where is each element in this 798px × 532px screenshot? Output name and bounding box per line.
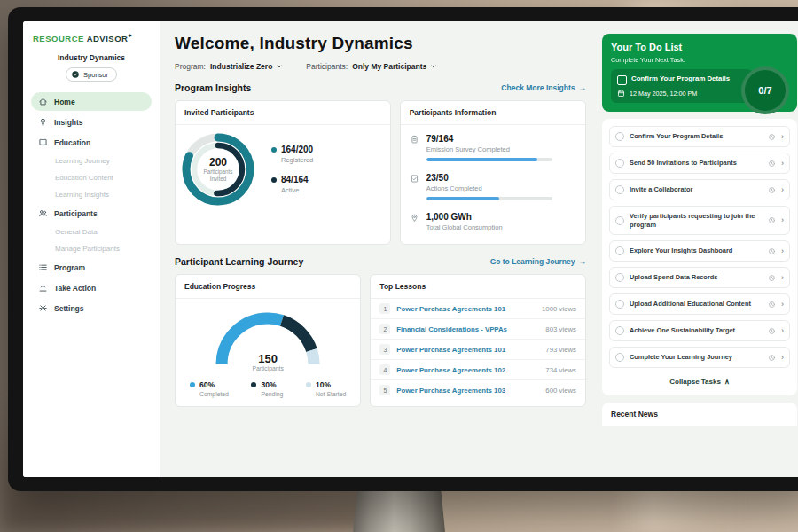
go-to-learning-journey-link[interactable]: Go to Learning Journey →	[490, 257, 586, 266]
sidebar-item-label: Settings	[54, 304, 84, 313]
clock-icon	[768, 160, 776, 168]
task-row-upload-spend-data[interactable]: Upload Spend Data Records ›	[609, 267, 790, 288]
sidebar-item-participants[interactable]: Participants	[31, 204, 152, 223]
arrow-right-icon: →	[579, 83, 587, 92]
sidebar-item-label: Learning Insights	[55, 191, 109, 199]
clock-icon	[768, 327, 776, 335]
task-row-complete-learning-journey[interactable]: Complete Your Learning Journey ›	[609, 347, 790, 368]
sidebar-item-education-content[interactable]: Education Content	[31, 170, 152, 185]
task-checkbox[interactable]	[615, 300, 624, 309]
section-title: Program Insights	[175, 82, 251, 93]
task-checkbox[interactable]	[615, 216, 624, 225]
clock-icon	[768, 301, 776, 309]
collapse-tasks-link[interactable]: Collapse Tasks ∧	[609, 373, 790, 392]
sidebar-item-label: Learning Journey	[55, 157, 110, 165]
sidebar-item-manage-participants[interactable]: Manage Participants	[31, 241, 152, 256]
location-pin-icon	[410, 213, 419, 223]
sidebar-item-settings[interactable]: Settings	[31, 299, 152, 317]
lesson-row: 4 Power Purchase Agreements 102 734 view…	[371, 360, 585, 380]
gauge-legend: 60% Completed 30% Pending 10% Not Starte…	[184, 372, 351, 397]
stat-global-consumption: 1,000 GWh Total Global Consumption	[410, 212, 576, 231]
actions-progress-bar	[426, 197, 552, 200]
sidebar-item-label: Manage Participants	[55, 245, 120, 253]
stat-actions-completed: 23/50 Actions Completed	[410, 173, 576, 200]
sidebar-item-home[interactable]: Home	[31, 92, 152, 111]
task-label: Confirm Your Program Details	[630, 132, 763, 141]
task-checkbox[interactable]	[615, 185, 624, 194]
lesson-link[interactable]: Power Purchase Agreements 102	[396, 366, 539, 374]
lesson-views: 803 views	[545, 325, 576, 333]
program-filter: Program: Industrialize Zero	[175, 62, 283, 71]
task-row-confirm-program[interactable]: Confirm Your Program Details ›	[609, 126, 790, 147]
gear-icon	[38, 303, 48, 313]
recent-news-header[interactable]: Recent News	[602, 403, 797, 426]
sponsor-badge[interactable]: Sponsor	[66, 67, 117, 82]
legend-label: Completed	[200, 391, 229, 397]
chevron-right-icon: ›	[781, 247, 784, 255]
task-row-send-invitations[interactable]: Send 50 Invitations to Participants ›	[609, 153, 790, 174]
participants-select[interactable]: Only My Participants	[352, 62, 437, 71]
task-checkbox[interactable]	[615, 246, 624, 255]
task-row-explore-insights[interactable]: Explore Your Insights Dashboard ›	[609, 240, 790, 262]
app-logo: RESOURCE ADVISOR+	[31, 33, 152, 43]
sidebar-item-learning-insights[interactable]: Learning Insights	[31, 187, 152, 202]
lesson-link[interactable]: Financial Considerations - VPPAs	[396, 325, 539, 333]
program-select[interactable]: Industrialize Zero	[210, 62, 283, 71]
education-progress-card: Education Progress 150 Participants	[175, 274, 361, 407]
chevron-right-icon: ›	[781, 354, 784, 362]
lesson-rank: 3	[379, 344, 390, 355]
task-row-upload-educational-content[interactable]: Upload Additional Educational Content ›	[609, 293, 790, 315]
sidebar-item-learning-journey[interactable]: Learning Journey	[31, 153, 152, 168]
lesson-row: 1 Power Purchase Agreements 101 1000 vie…	[371, 299, 585, 319]
sidebar-item-label: General Data	[55, 228, 98, 236]
lesson-link[interactable]: Power Purchase Agreements 101	[396, 346, 539, 354]
task-label: Complete Your Learning Journey	[630, 353, 763, 362]
legend-item-active: 84/164 Active	[271, 175, 313, 194]
task-label: Send 50 Invitations to Participants	[630, 159, 763, 168]
collapse-label: Collapse Tasks	[669, 378, 721, 386]
education-gauge-chart: 150 Participants	[209, 309, 326, 372]
task-checkbox[interactable]	[615, 159, 624, 168]
top-lessons-card: Top Lessons 1 Power Purchase Agreements …	[370, 274, 586, 407]
sidebar-item-label: Program	[54, 263, 85, 272]
filter-bar: Program: Industrialize Zero Participants…	[175, 62, 586, 71]
task-checkbox[interactable]	[615, 353, 624, 362]
legend-value: 84/164	[281, 175, 309, 184]
next-task-label: Confirm Your Program Details	[631, 74, 730, 83]
task-checkbox[interactable]	[615, 132, 624, 141]
legend-label: Not Started	[316, 391, 346, 397]
next-task-checkbox[interactable]	[617, 75, 627, 85]
checklist-icon	[410, 174, 419, 184]
sidebar-item-education[interactable]: Education	[31, 133, 152, 152]
sidebar-item-program[interactable]: Program	[31, 258, 152, 277]
task-row-invite-collaborator[interactable]: Invite a Collaborator ›	[609, 179, 790, 200]
lesson-views: 793 views	[545, 346, 576, 354]
home-icon	[38, 97, 48, 106]
program-insights-header: Program Insights Check More Insights →	[175, 82, 586, 93]
chevron-right-icon: ›	[781, 274, 784, 282]
lesson-link[interactable]: Power Purchase Agreements 101	[396, 305, 536, 313]
task-label: Achieve One Sustainability Target	[630, 326, 763, 335]
insights-cards-row: Invited Participants 200 Participants In…	[175, 100, 586, 245]
chevron-down-icon	[276, 63, 283, 70]
task-label: Explore Your Insights Dashboard	[630, 246, 763, 255]
task-checkbox[interactable]	[615, 273, 624, 282]
emission-progress-bar	[426, 158, 552, 161]
check-more-insights-link[interactable]: Check More Insights →	[501, 83, 586, 92]
donut-center-value: 200	[209, 156, 227, 168]
sidebar-item-general-data[interactable]: General Data	[31, 224, 152, 239]
task-row-achieve-sustainability-target[interactable]: Achieve One Sustainability Target ›	[609, 320, 790, 341]
stat-value: 23/50	[426, 173, 552, 183]
task-row-verify-participants[interactable]: Verify participants requesting to join t…	[609, 206, 790, 235]
sponsor-icon	[71, 70, 80, 79]
legend-dot	[190, 382, 195, 387]
task-checkbox[interactable]	[615, 326, 624, 335]
arrow-right-icon: →	[579, 257, 587, 266]
clock-icon	[768, 354, 776, 362]
logo-plus: +	[128, 33, 132, 39]
lesson-link[interactable]: Power Purchase Agreements 103	[396, 387, 539, 395]
stat-emission-survey: 79/164 Emission Survey Completed	[410, 134, 576, 161]
gauge-center-value: 150	[209, 352, 326, 365]
sidebar-item-take-action[interactable]: Take Action	[31, 278, 152, 297]
sidebar-item-insights[interactable]: Insights	[31, 113, 152, 131]
